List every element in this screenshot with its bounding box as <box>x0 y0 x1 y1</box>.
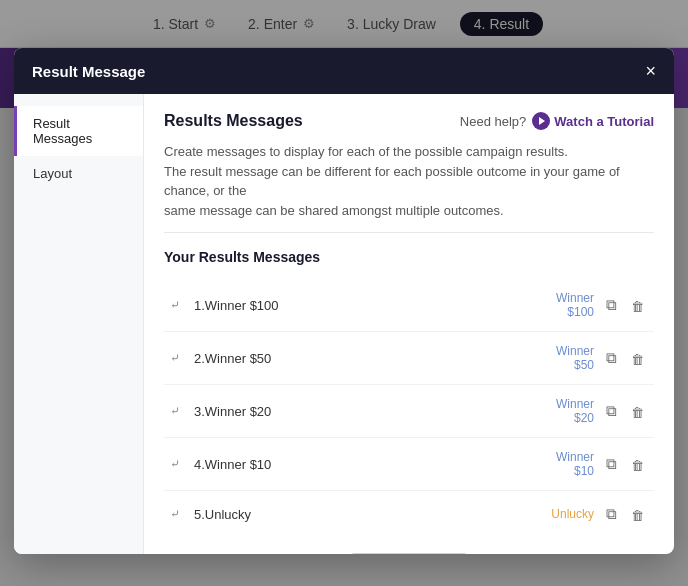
help-section: Need help? Watch a Tutorial <box>460 112 654 130</box>
modal: Result Message × Result Messages Layout … <box>14 48 674 554</box>
delete-button-3[interactable] <box>627 401 648 422</box>
delete-button-1[interactable] <box>627 295 648 316</box>
watch-tutorial-link[interactable]: Watch a Tutorial <box>532 112 654 130</box>
result-name-2: 2.Winner $50 <box>194 351 526 366</box>
result-row-5: ⤶ 5.Unlucky Unlucky <box>164 491 654 537</box>
play-icon <box>532 112 550 130</box>
copy-button-1[interactable] <box>602 294 621 316</box>
chevron-icon-3[interactable]: ⤶ <box>170 404 186 418</box>
result-tag-5: Unlucky <box>534 507 594 521</box>
modal-header: Result Message × <box>14 48 674 94</box>
modal-close-button[interactable]: × <box>645 62 656 80</box>
modal-title: Result Message <box>32 63 145 80</box>
result-tag-3: Winner$20 <box>534 397 594 425</box>
description-line1: Create messages to display for each of t… <box>164 142 654 162</box>
chevron-icon-2[interactable]: ⤶ <box>170 351 186 365</box>
chevron-icon-4[interactable]: ⤶ <box>170 457 186 471</box>
row-actions-3 <box>602 400 648 422</box>
description-line3: same message can be shared amongst multi… <box>164 201 654 221</box>
description-line2: The result message can be different for … <box>164 162 654 201</box>
content-title: Results Messages <box>164 112 303 130</box>
result-name-5: 5.Unlucky <box>194 507 526 522</box>
content-header: Results Messages Need help? Watch a Tuto… <box>164 112 654 130</box>
result-tag-1: Winner$100 <box>534 291 594 319</box>
result-row-4: ⤶ 4.Winner $10 Winner$10 <box>164 438 654 491</box>
results-list: ⤶ 1.Winner $100 Winner$100 ⤶ 2.Winner $5… <box>164 279 654 537</box>
copy-button-3[interactable] <box>602 400 621 422</box>
delete-button-4[interactable] <box>627 454 648 475</box>
delete-button-2[interactable] <box>627 348 648 369</box>
result-tag-4: Winner$10 <box>534 450 594 478</box>
modal-overlay: Result Message × Result Messages Layout … <box>0 0 688 586</box>
add-new-button[interactable]: + Add New <box>350 553 469 554</box>
result-row-1: ⤶ 1.Winner $100 Winner$100 <box>164 279 654 332</box>
sidebar-item-layout[interactable]: Layout <box>14 156 143 191</box>
copy-button-5[interactable] <box>602 503 621 525</box>
row-actions-1 <box>602 294 648 316</box>
add-new-section: + Add New <box>164 537 654 554</box>
result-name-3: 3.Winner $20 <box>194 404 526 419</box>
description: Create messages to display for each of t… <box>164 142 654 233</box>
chevron-icon-1[interactable]: ⤶ <box>170 298 186 312</box>
result-tag-2: Winner$50 <box>534 344 594 372</box>
sidebar-item-result-messages[interactable]: Result Messages <box>14 106 143 156</box>
chevron-icon-5[interactable]: ⤶ <box>170 507 186 521</box>
row-actions-5 <box>602 503 648 525</box>
help-text: Need help? <box>460 114 527 129</box>
sidebar-layout-label: Layout <box>33 166 72 181</box>
result-name-4: 4.Winner $10 <box>194 457 526 472</box>
result-row-2: ⤶ 2.Winner $50 Winner$50 <box>164 332 654 385</box>
tutorial-text: Watch a Tutorial <box>554 114 654 129</box>
result-name-1: 1.Winner $100 <box>194 298 526 313</box>
modal-sidebar: Result Messages Layout <box>14 94 144 554</box>
modal-body: Result Messages Layout Results Messages … <box>14 94 674 554</box>
sidebar-result-messages-label: Result Messages <box>33 116 92 146</box>
result-row-3: ⤶ 3.Winner $20 Winner$20 <box>164 385 654 438</box>
delete-button-5[interactable] <box>627 504 648 525</box>
main-content: Results Messages Need help? Watch a Tuto… <box>144 94 674 554</box>
copy-button-4[interactable] <box>602 453 621 475</box>
results-section-title: Your Results Messages <box>164 249 654 265</box>
copy-button-2[interactable] <box>602 347 621 369</box>
row-actions-2 <box>602 347 648 369</box>
row-actions-4 <box>602 453 648 475</box>
